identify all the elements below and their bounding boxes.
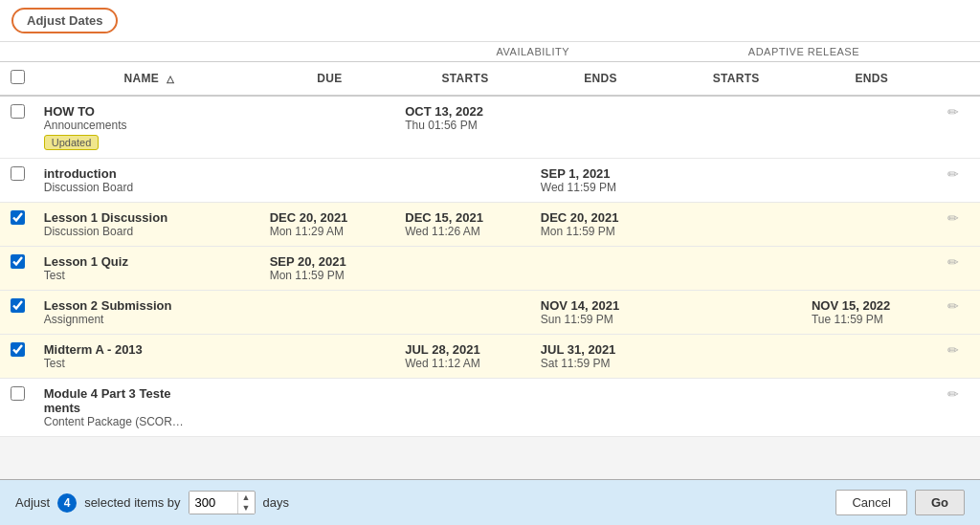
row-name-cell: Lesson 1 DiscussionDiscussion Board: [36, 203, 262, 247]
table-row: HOW TOAnnouncementsUpdatedOCT 13, 2022Th…: [0, 96, 980, 159]
row-avail-ends-cell: [533, 96, 669, 159]
col-ar-ends: ENDS: [804, 62, 940, 97]
updated-badge: Updated: [44, 135, 100, 150]
avail-ends-primary: DEC 20, 2021: [541, 210, 661, 225]
avail-ends-secondary: Sun 11:59 PM: [541, 313, 661, 326]
item-type: Test: [44, 357, 255, 370]
row-edit-cell: ✏: [940, 96, 981, 159]
row-due-cell: [262, 291, 398, 335]
row-due-cell: DEC 20, 2021Mon 11:29 AM: [262, 203, 398, 247]
row-name-cell: HOW TOAnnouncementsUpdated: [36, 96, 262, 159]
row-edit-cell: ✏: [940, 335, 981, 379]
item-name: Lesson 2 Submission: [44, 298, 255, 313]
row-checkbox[interactable]: [11, 104, 25, 119]
row-avail-starts-cell: DEC 15, 2021Wed 11:26 AM: [397, 203, 533, 247]
availability-header: AVAILABILITY: [397, 42, 668, 62]
row-checkbox[interactable]: [11, 166, 25, 181]
row-checkbox[interactable]: [11, 386, 25, 401]
col-ar-starts: STARTS: [668, 62, 804, 97]
item-type: Announcements: [44, 119, 255, 132]
col-avail-starts: STARTS: [397, 62, 533, 97]
edit-icon[interactable]: ✏: [947, 386, 959, 402]
row-ar-starts-cell: [668, 379, 804, 437]
row-checkbox[interactable]: [11, 342, 25, 357]
row-avail-starts-cell: OCT 13, 2022Thu 01:56 PM: [397, 96, 533, 159]
adaptive-release-header: ADAPTIVE RELEASE: [668, 42, 939, 62]
avail-starts-primary: JUL 28, 2021: [405, 342, 525, 357]
avail-starts-primary: DEC 15, 2021: [405, 210, 525, 225]
row-edit-cell: ✏: [940, 379, 981, 437]
row-avail-ends-cell: [533, 247, 669, 291]
avail-ends-secondary: Mon 11:59 PM: [541, 225, 661, 238]
row-ar-starts-cell: [668, 96, 804, 159]
ar-ends-secondary: Tue 11:59 PM: [812, 313, 932, 326]
row-avail-ends-cell: [533, 379, 669, 437]
sort-icon: △: [167, 74, 174, 84]
row-checkbox[interactable]: [11, 210, 25, 225]
row-avail-starts-cell: [397, 291, 533, 335]
row-avail-ends-cell: SEP 1, 2021Wed 11:59 PM: [533, 159, 669, 203]
col-name: NAME △: [36, 62, 262, 97]
item-name: introduction: [44, 166, 255, 181]
edit-icon[interactable]: ✏: [947, 210, 959, 226]
row-due-cell: [262, 159, 398, 203]
avail-ends-primary: SEP 1, 2021: [541, 166, 661, 181]
edit-icon[interactable]: ✏: [947, 104, 959, 120]
row-due-cell: [262, 335, 398, 379]
table-container: AVAILABILITY ADAPTIVE RELEASE NAME △ DUE…: [0, 42, 980, 437]
item-name-cont: ments: [44, 401, 255, 415]
edit-icon[interactable]: ✏: [947, 342, 959, 358]
row-ar-ends-cell: [804, 159, 940, 203]
item-type: Test: [44, 269, 255, 282]
row-avail-starts-cell: [397, 247, 533, 291]
row-ar-starts-cell: [668, 247, 804, 291]
avail-ends-secondary: Sat 11:59 PM: [541, 357, 661, 370]
table-row: Lesson 1 QuizTestSEP 20, 2021Mon 11:59 P…: [0, 247, 980, 291]
col-due: DUE: [262, 62, 398, 97]
adjust-dates-button[interactable]: Adjust Dates: [11, 8, 118, 33]
row-name-cell: Lesson 1 QuizTest: [36, 247, 262, 291]
item-type: Discussion Board: [44, 181, 255, 194]
row-ar-ends-cell: [804, 335, 940, 379]
row-avail-ends-cell: NOV 14, 2021Sun 11:59 PM: [533, 291, 669, 335]
row-name-cell: Module 4 Part 3 TestementsContent Packag…: [36, 379, 262, 437]
row-checkbox[interactable]: [11, 254, 25, 269]
edit-icon[interactable]: ✏: [947, 254, 959, 270]
row-edit-cell: ✏: [940, 247, 981, 291]
row-name-cell: Midterm A - 2013Test: [36, 335, 262, 379]
avail-ends-primary: NOV 14, 2021: [541, 298, 661, 313]
item-name: Midterm A - 2013: [44, 342, 255, 357]
row-checkbox[interactable]: [11, 298, 25, 313]
section-header-row: AVAILABILITY ADAPTIVE RELEASE: [0, 42, 980, 62]
row-due-cell: SEP 20, 2021Mon 11:59 PM: [262, 247, 398, 291]
col-header-row: NAME △ DUE STARTS ENDS STARTS ENDS: [0, 62, 980, 97]
row-ar-starts-cell: [668, 159, 804, 203]
due-date-primary: SEP 20, 2021: [270, 254, 390, 269]
due-date-primary: DEC 20, 2021: [270, 210, 390, 225]
table-row: Midterm A - 2013TestJUL 28, 2021Wed 11:1…: [0, 335, 980, 379]
row-ar-ends-cell: NOV 15, 2022Tue 11:59 PM: [804, 291, 940, 335]
row-avail-ends-cell: JUL 31, 2021Sat 11:59 PM: [533, 335, 669, 379]
row-ar-ends-cell: [804, 247, 940, 291]
item-name: Lesson 1 Discussion: [44, 210, 255, 225]
edit-icon[interactable]: ✏: [947, 298, 959, 314]
row-avail-starts-cell: JUL 28, 2021Wed 11:12 AM: [397, 335, 533, 379]
row-ar-ends-cell: [804, 203, 940, 247]
ar-ends-primary: NOV 15, 2022: [812, 298, 932, 313]
row-name-cell: Lesson 2 SubmissionAssignment: [36, 291, 262, 335]
table-row: introductionDiscussion BoardSEP 1, 2021W…: [0, 159, 980, 203]
top-bar: Adjust Dates: [0, 0, 980, 42]
row-ar-starts-cell: [668, 291, 804, 335]
avail-ends-secondary: Wed 11:59 PM: [541, 181, 661, 194]
row-ar-ends-cell: [804, 96, 940, 159]
item-name: HOW TO: [44, 104, 255, 119]
due-date-secondary: Mon 11:29 AM: [270, 225, 390, 238]
row-due-cell: [262, 96, 398, 159]
edit-icon[interactable]: ✏: [947, 166, 959, 182]
row-ar-ends-cell: [804, 379, 940, 437]
select-all-checkbox[interactable]: [11, 70, 25, 84]
table-row: Module 4 Part 3 TestementsContent Packag…: [0, 379, 980, 437]
row-edit-cell: ✏: [940, 203, 981, 247]
row-ar-starts-cell: [668, 335, 804, 379]
row-checkbox-cell: [0, 203, 36, 247]
